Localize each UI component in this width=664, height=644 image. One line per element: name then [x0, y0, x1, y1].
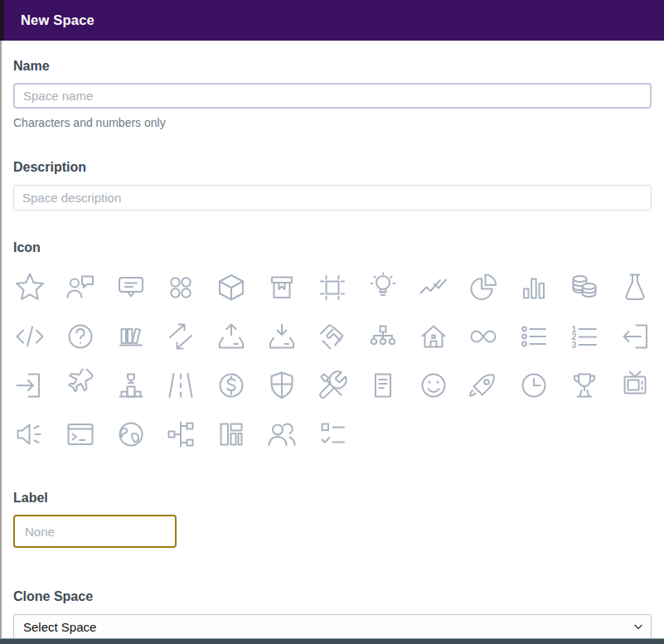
icon-picker-grid: 123 [13, 271, 652, 451]
help-circle-icon[interactable] [64, 320, 97, 353]
rocket-icon[interactable] [467, 369, 500, 402]
kanban-icon[interactable] [215, 418, 248, 451]
description-label: Description [13, 159, 652, 175]
svg-text:3: 3 [572, 340, 577, 350]
download-tray-icon[interactable] [265, 320, 298, 353]
exit-left-icon[interactable] [618, 320, 652, 353]
list-bullet-icon[interactable] [517, 320, 550, 353]
globe-icon[interactable] [114, 418, 148, 451]
label-label: Label [13, 490, 652, 506]
gift-box-icon[interactable] [265, 271, 298, 304]
user-chat-icon[interactable] [64, 271, 97, 304]
tv-icon[interactable] [618, 369, 652, 402]
handshake-icon[interactable] [316, 320, 349, 353]
clone-space-label: Clone Space [13, 588, 652, 604]
enter-right-icon[interactable] [13, 369, 46, 402]
chart-line-icon[interactable] [417, 271, 450, 304]
users-icon[interactable] [265, 418, 298, 451]
icon-label: Icon [13, 240, 652, 255]
list-numbered-icon[interactable]: 123 [568, 320, 601, 353]
clone-space-select-wrap: Select Space [13, 614, 652, 639]
clone-space-select[interactable]: Select Space [13, 614, 652, 639]
page-edge-side [0, 41, 2, 638]
page-bottom-strip [0, 638, 664, 644]
speaker-icon[interactable] [13, 418, 46, 451]
modal-title: New Space [21, 12, 95, 28]
tools-icon[interactable] [316, 369, 349, 402]
infinity-icon[interactable] [467, 320, 500, 353]
home-icon[interactable] [417, 320, 450, 353]
package-icon[interactable] [215, 271, 248, 304]
airplane-icon[interactable] [64, 369, 97, 402]
space-name-input[interactable] [13, 83, 652, 109]
smiley-icon[interactable] [417, 369, 450, 402]
terminal-icon[interactable] [64, 418, 97, 451]
circles-grid-icon[interactable] [164, 271, 197, 304]
upload-tray-icon[interactable] [215, 320, 248, 353]
trophy-icon[interactable] [568, 369, 601, 402]
artboard-icon[interactable] [316, 271, 349, 304]
label-input[interactable] [13, 515, 177, 548]
modal-body: Name Characters and numbers only Descrip… [0, 41, 664, 639]
flow-icon[interactable] [164, 418, 197, 451]
lightbulb-icon[interactable] [366, 271, 400, 304]
document-icon[interactable] [366, 369, 400, 402]
flask-icon[interactable] [618, 271, 652, 304]
coins-icon[interactable] [568, 271, 601, 304]
transfer-arrows-icon[interactable] [164, 320, 197, 353]
page-edge-top [0, 0, 4, 41]
comment-icon[interactable] [114, 271, 148, 304]
code-icon[interactable] [13, 320, 46, 353]
library-icon[interactable] [114, 320, 148, 353]
shield-icon[interactable] [265, 369, 298, 402]
road-icon[interactable] [164, 369, 197, 402]
name-helper-text: Characters and numbers only [13, 116, 652, 129]
modal-header: New Space [0, 0, 664, 41]
task-list-icon[interactable] [316, 418, 349, 451]
space-description-input[interactable] [13, 185, 652, 211]
name-label: Name [13, 58, 652, 74]
sitemap-icon[interactable] [366, 320, 400, 353]
dollar-circle-icon[interactable] [215, 369, 248, 402]
pie-chart-icon[interactable] [467, 271, 500, 304]
bar-chart-icon[interactable] [517, 271, 550, 304]
clock-icon[interactable] [517, 369, 550, 402]
star-icon[interactable] [13, 271, 46, 304]
podium-icon[interactable] [114, 369, 148, 402]
